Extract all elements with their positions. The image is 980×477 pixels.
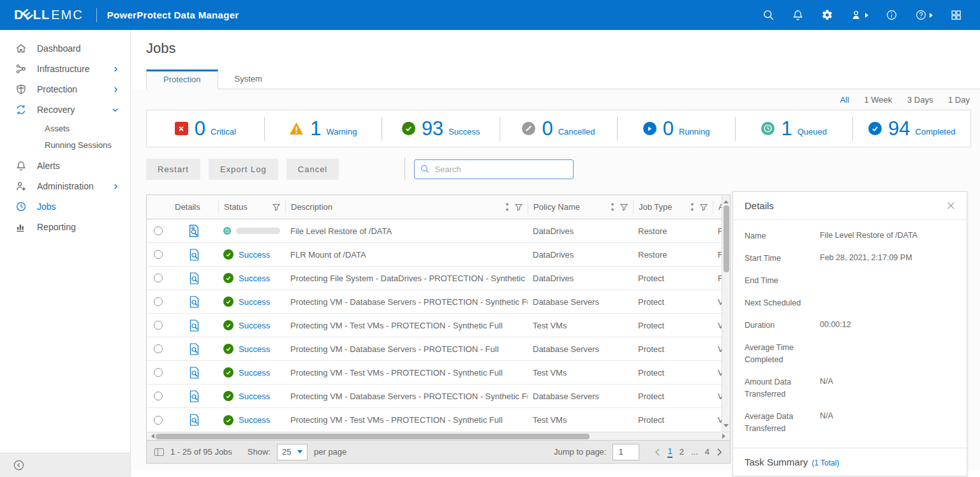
search-input[interactable] [434,165,568,174]
sidebar-item-infrastructure[interactable]: Infrastructure [0,59,130,79]
sort-icon[interactable] [689,203,695,211]
status-link[interactable]: Success [239,321,270,330]
jump-to-page-input[interactable] [612,444,639,460]
table-row[interactable]: Success Protecting File System - DataDri… [147,267,730,290]
page-number[interactable]: 1 [667,446,672,458]
success-status-icon [223,415,234,425]
search-box[interactable] [414,159,574,179]
page-size-select[interactable]: 25 [277,444,308,460]
summary-success[interactable]: 93 Success [382,117,500,141]
table-row[interactable]: Success Protecting VM - Test VMs - PROTE… [147,314,730,337]
next-page-icon[interactable] [716,448,722,456]
row-radio[interactable] [154,274,163,283]
job-details-icon[interactable] [189,343,200,355]
info-icon[interactable] [886,9,898,21]
job-details-icon[interactable] [189,249,200,261]
summary-warning[interactable]: 1 Warning [265,117,383,141]
sidebar-item-administration[interactable]: Administration [0,176,130,196]
summary-critical[interactable]: 0 Critical [147,117,265,141]
settings-gear-icon[interactable] [821,9,833,21]
status-link[interactable]: Success [239,250,270,260]
sidebar-item-dashboard[interactable]: Dashboard [0,38,130,59]
status-link[interactable]: Success [239,297,270,307]
sort-icon[interactable] [609,203,616,211]
sort-icon[interactable] [504,203,510,211]
tab-system[interactable]: System [218,70,279,89]
summary-queued[interactable]: 1 Queued [736,117,854,141]
job-status-summary: 0 Critical 1 Warning 93 Success 0 Cancel… [146,110,971,147]
user-menu-icon[interactable] [850,9,868,21]
sidebar-item-recovery[interactable]: Recovery [0,99,130,120]
status-link[interactable]: Success [239,344,270,354]
horizontal-scrollbar[interactable] [147,432,730,440]
tab-protection[interactable]: Protection [146,70,218,89]
search-icon[interactable] [762,9,775,21]
time-filter-1day[interactable]: 1 Day [948,95,970,105]
scroll-left-icon[interactable] [149,434,154,439]
status-link[interactable]: Success [239,392,270,401]
scroll-down-icon[interactable] [724,424,729,430]
scroll-right-icon[interactable] [722,434,728,439]
job-details-icon[interactable] [188,224,200,237]
app-title: PowerProtect Data Manager [107,10,239,20]
filter-icon[interactable] [272,203,280,211]
sidebar-item-alerts[interactable]: Alerts [0,156,130,176]
close-icon[interactable] [947,202,955,210]
table-row[interactable]: Success FLR Mount of /DATA DataDrives Re… [147,243,730,267]
prev-page-icon[interactable] [655,448,660,456]
horizontal-scroll-thumb[interactable] [156,434,590,439]
summary-completed[interactable]: 94 Completed [853,117,970,141]
scroll-up-icon[interactable] [724,198,729,203]
status-link[interactable]: Success [239,415,270,425]
help-menu-icon[interactable] [915,9,933,21]
job-details-icon[interactable] [189,296,200,308]
table-row[interactable]: Success Protecting VM - Test VMs - PROTE… [147,361,730,385]
table-row[interactable]: Success Protecting VM - Database Servers… [147,290,730,314]
page-number[interactable]: 4 [705,447,709,457]
status-link[interactable]: Success [239,368,270,378]
sidebar-collapse-button[interactable] [0,453,130,477]
page-number[interactable]: 2 [679,447,684,457]
table-row[interactable]: Success Protecting VM - Database Servers… [147,385,730,408]
summary-cancelled[interactable]: 0 Cancelled [500,117,618,141]
table-row[interactable]: Success Protecting VM - Database Servers… [147,337,730,361]
column-picker-icon[interactable] [154,448,164,456]
table-row[interactable]: Success Protecting VM - Test VMs - PROTE… [147,408,730,432]
time-filter-3days[interactable]: 3 Days [907,95,933,105]
row-radio[interactable] [154,226,163,235]
filter-icon[interactable] [700,203,708,211]
vertical-scrollbar[interactable] [722,195,730,432]
table-row[interactable]: File Level Restore of /DATA DataDrives R… [147,219,730,243]
row-radio[interactable] [154,344,163,353]
export-log-button[interactable]: Export Log [209,159,278,180]
notifications-icon[interactable] [792,9,804,21]
restart-button[interactable]: Restart [146,159,200,180]
row-radio[interactable] [154,416,163,425]
row-radio[interactable] [154,368,163,377]
status-link[interactable]: Success [239,274,270,283]
filter-icon[interactable] [515,203,523,211]
row-radio[interactable] [154,392,163,400]
time-filter-1week[interactable]: 1 Week [864,95,892,105]
sidebar-item-jobs[interactable]: Jobs [0,196,130,217]
job-details-icon[interactable] [189,390,200,402]
actions-divider [405,158,405,180]
sidebar-item-assets[interactable]: Assets [0,120,130,136]
task-summary-count[interactable]: (1 Total) [812,459,839,467]
sidebar-item-running-sessions[interactable]: Running Sessions [0,136,130,153]
time-filter-all[interactable]: All [840,95,849,105]
summary-running[interactable]: 0 Running [618,117,736,141]
sidebar-item-protection[interactable]: Protection [0,79,130,99]
row-radio[interactable] [154,321,163,330]
sidebar-item-reporting[interactable]: Reporting [0,217,130,237]
job-details-icon[interactable] [189,272,200,284]
filter-icon[interactable] [620,203,628,211]
row-radio[interactable] [154,250,163,259]
job-details-icon[interactable] [189,414,200,426]
cancel-button[interactable]: Cancel [286,159,339,180]
job-details-icon[interactable] [189,319,200,332]
app-grid-icon[interactable] [950,9,962,21]
vertical-scroll-thumb[interactable] [724,205,729,272]
row-radio[interactable] [154,297,163,306]
job-details-icon[interactable] [189,367,200,379]
